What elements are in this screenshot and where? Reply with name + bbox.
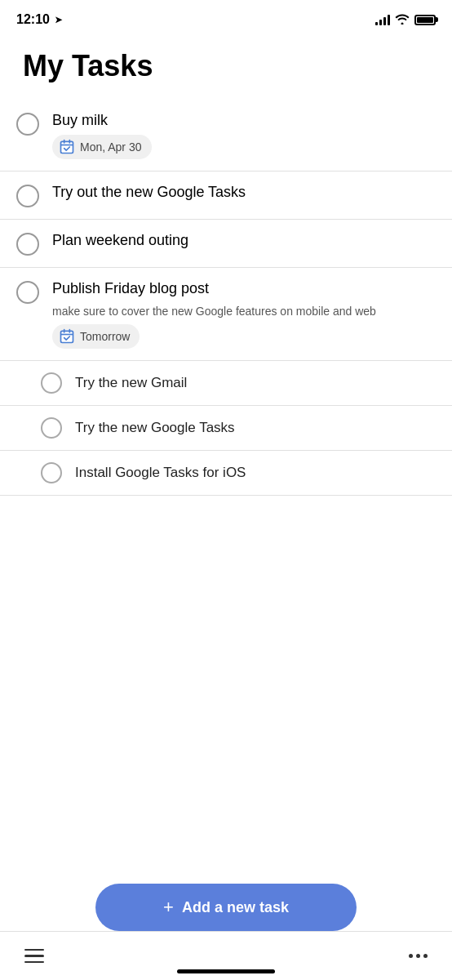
task-date-badge[interactable]: Mon, Apr 30 — [52, 135, 152, 159]
wifi-icon — [395, 13, 410, 27]
task-item: Buy milk Mon, Apr 30 — [0, 100, 452, 172]
svg-rect-4 — [61, 332, 73, 343]
task-list: Buy milk Mon, Apr 30 Try out the new Goo… — [0, 100, 452, 496]
task-checkbox[interactable] — [41, 417, 62, 439]
task-content: Plan weekend outing — [52, 231, 436, 250]
add-task-bar: + Add a new task — [0, 884, 452, 931]
task-title: Install Google Tasks for iOS — [75, 465, 246, 481]
task-content: Try out the new Google Tasks — [52, 183, 436, 202]
task-title: Buy milk — [52, 111, 436, 130]
task-title: Try the new Google Tasks — [75, 420, 235, 436]
calendar-icon — [59, 328, 75, 345]
task-date-badge[interactable]: Tomorrow — [52, 324, 140, 349]
task-title: Publish Friday blog post — [52, 279, 436, 298]
task-item: Plan weekend outing — [0, 220, 452, 268]
task-item: Publish Friday blog post make sure to co… — [0, 268, 452, 361]
battery-icon — [414, 15, 436, 25]
status-bar: 12:10 ➤ — [0, 0, 452, 36]
task-date-text: Tomorrow — [80, 330, 130, 343]
task-checkbox[interactable] — [16, 281, 39, 304]
status-time: 12:10 ➤ — [16, 12, 62, 27]
more-options-button[interactable] — [409, 954, 428, 958]
task-title: Try the new Gmail — [75, 375, 187, 391]
task-content: Buy milk Mon, Apr 30 — [52, 111, 436, 159]
task-item: Install Google Tasks for iOS — [0, 451, 452, 496]
calendar-icon — [59, 139, 75, 155]
location-arrow-icon: ➤ — [55, 15, 62, 25]
add-task-button[interactable]: + Add a new task — [95, 884, 357, 931]
task-checkbox[interactable] — [16, 233, 39, 256]
task-subtitle: make sure to cover the new Google featur… — [52, 304, 436, 320]
page-title: My Tasks — [0, 36, 452, 100]
task-checkbox[interactable] — [16, 185, 39, 207]
home-indicator — [177, 969, 275, 973]
svg-rect-0 — [61, 142, 73, 154]
task-checkbox[interactable] — [41, 462, 62, 483]
time-display: 12:10 — [16, 12, 50, 27]
task-checkbox[interactable] — [16, 113, 39, 136]
menu-button[interactable] — [24, 949, 44, 964]
status-icons — [375, 13, 436, 27]
task-date-text: Mon, Apr 30 — [80, 140, 142, 154]
task-item: Try the new Gmail — [0, 361, 452, 406]
bottom-spacer — [0, 496, 452, 594]
task-item: Try the new Google Tasks — [0, 406, 452, 451]
plus-icon: + — [163, 898, 174, 916]
task-content: Publish Friday blog post make sure to co… — [52, 279, 436, 349]
task-title: Try out the new Google Tasks — [52, 183, 436, 202]
signal-icon — [375, 14, 390, 25]
task-item: Try out the new Google Tasks — [0, 172, 452, 220]
task-checkbox[interactable] — [41, 372, 62, 394]
add-task-label: Add a new task — [182, 899, 289, 916]
task-title: Plan weekend outing — [52, 231, 436, 250]
